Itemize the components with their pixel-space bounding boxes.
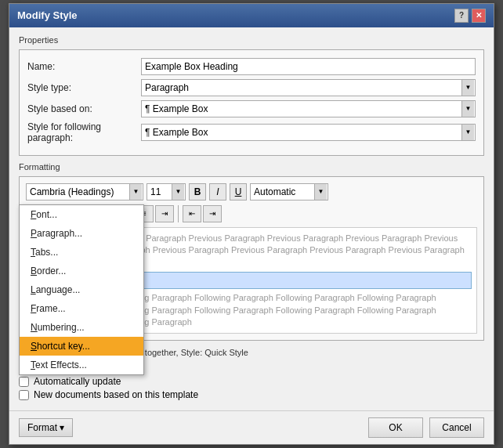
title-bar: Modify Style ? ✕	[9, 4, 494, 27]
modify-style-dialog: Modify Style ? ✕ Properties Name: Style …	[9, 3, 494, 445]
size-select-wrapper: 11 ▼	[147, 183, 186, 201]
menu-item-border[interactable]: Border...	[20, 262, 143, 280]
style-type-wrapper: Paragraph ▼	[141, 79, 476, 96]
font-select-wrapper: Cambria (Headings) ▼	[26, 183, 143, 201]
color-select[interactable]: Automatic	[250, 183, 328, 201]
new-docs-row: New documents based on this template	[19, 389, 484, 400]
style-following-wrapper: ¶ Example Box ▼	[141, 124, 476, 141]
menu-item-font[interactable]: Font...	[20, 205, 143, 224]
menu-item-numbering[interactable]: Numbering...	[20, 318, 143, 337]
style-based-label: Style based on:	[27, 103, 141, 114]
font-select[interactable]: Cambria (Headings)	[26, 183, 143, 201]
style-type-row: Style type: Paragraph ▼	[27, 79, 476, 96]
underline-button[interactable]: U	[230, 183, 247, 201]
italic-button[interactable]: I	[209, 183, 226, 201]
close-button[interactable]: ✕	[472, 9, 486, 23]
align-separator2	[178, 205, 179, 222]
style-based-row: Style based on: ¶ Example Box ▼	[27, 100, 476, 117]
menu-item-frame[interactable]: Frame...	[20, 299, 143, 318]
name-input[interactable]	[141, 58, 476, 75]
dialog-title: Modify Style	[17, 9, 78, 21]
size-select[interactable]: 11	[147, 183, 186, 201]
format-row1: Cambria (Headings) ▼ 11 ▼ B I U Automati…	[26, 183, 477, 201]
help-button[interactable]: ?	[454, 9, 469, 23]
properties-section: Name: Style type: Paragraph ▼ Style base…	[19, 49, 484, 156]
menu-item-tabs[interactable]: Tabs...	[20, 243, 143, 262]
new-docs-checkbox[interactable]	[19, 390, 29, 400]
menu-item-shortcut[interactable]: Shortcut key...	[20, 337, 143, 356]
menu-item-paragraph[interactable]: Paragraph...	[20, 224, 143, 243]
bold-button[interactable]: B	[189, 183, 206, 201]
style-following-row: Style for following paragraph: ¶ Example…	[27, 121, 476, 143]
color-select-wrapper: Automatic ▼	[250, 183, 328, 201]
ok-cancel-area: OK Cancel	[368, 417, 484, 438]
bottom-bar: Format ▾ OK Cancel	[9, 410, 494, 444]
cancel-button[interactable]: Cancel	[429, 417, 484, 438]
format-button[interactable]: Format ▾	[19, 418, 73, 437]
properties-section-label: Properties	[19, 35, 484, 45]
auto-update-checkbox[interactable]	[19, 377, 29, 387]
auto-update-label: Automatically update	[34, 376, 121, 387]
style-following-label: Style for following paragraph:	[27, 121, 141, 143]
title-bar-buttons: ? ✕	[454, 9, 486, 23]
formatting-section-label: Formatting	[19, 162, 484, 172]
style-type-label: Style type:	[27, 82, 141, 93]
name-label: Name:	[27, 61, 141, 72]
menu-item-language[interactable]: Language...	[20, 280, 143, 299]
format-button-label: Format ▾	[27, 422, 64, 433]
dialog-body: Properties Name: Style type: Paragraph ▼…	[9, 27, 494, 410]
indent-decrease-button[interactable]: ⇤	[183, 205, 201, 222]
style-following-select[interactable]: ¶ Example Box	[141, 124, 476, 141]
ok-button[interactable]: OK	[368, 417, 423, 438]
new-docs-label: New documents based on this template	[34, 389, 198, 400]
format-dropdown-menu: Font... Paragraph... Tabs... Border... L…	[19, 204, 144, 375]
style-type-select[interactable]: Paragraph	[141, 79, 476, 96]
style-based-wrapper: ¶ Example Box ▼	[141, 100, 476, 117]
auto-update-row: Automatically update	[19, 376, 484, 387]
style-based-select[interactable]: ¶ Example Box	[141, 100, 476, 117]
menu-item-text-effects[interactable]: Text Effects...	[20, 356, 143, 374]
align-btn7[interactable]: ⇥	[155, 205, 174, 222]
indent-increase-button[interactable]: ⇥	[203, 205, 222, 222]
name-row: Name:	[27, 58, 476, 75]
